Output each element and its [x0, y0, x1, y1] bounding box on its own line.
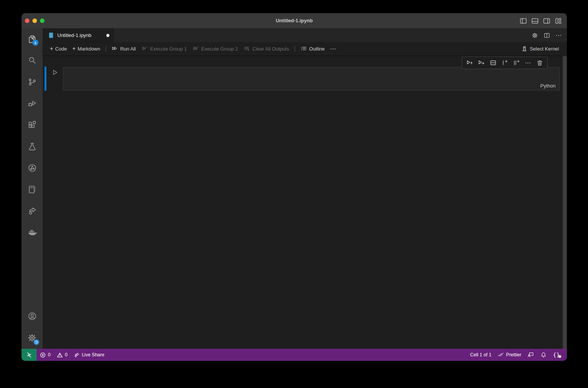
sidebar-item-git-graph[interactable] [21, 157, 43, 179]
cell-more-actions-icon[interactable]: ⋯ [524, 59, 532, 67]
run-all-button[interactable]: Run All [109, 44, 138, 54]
remote-indicator[interactable] [21, 349, 37, 361]
clear-all-outputs-button[interactable]: Clear All Outputs [241, 44, 292, 54]
delete-cell-icon[interactable] [536, 59, 544, 67]
execute-group-1-button[interactable]: Execute Group 1 [138, 44, 190, 54]
notebook-settings-gear-icon[interactable] [531, 32, 538, 39]
feedback-status[interactable] [524, 349, 537, 361]
error-icon [40, 352, 46, 358]
execute-cell-and-below-icon[interactable] [477, 59, 485, 67]
warning-icon [57, 352, 63, 358]
kernel-icon [521, 45, 528, 52]
activity-bar: 1 [21, 28, 43, 349]
circle-graph-icon [27, 163, 37, 173]
warning-count: 0 [65, 352, 68, 357]
more-actions-icon[interactable]: ⋯ [556, 32, 562, 38]
notebook-toolbar: + Code + Markdown Run All Execute Group … [43, 42, 567, 55]
notebook-canvas: ⋯ Python [43, 55, 567, 349]
editor-area: Untitled-1.ipynb ⋯ + Code [43, 28, 567, 349]
braces-icon: {} [553, 352, 560, 358]
live-share-status-icon [74, 352, 80, 358]
ipynb-file-icon [48, 32, 54, 38]
more-icon: ⋯ [330, 46, 336, 52]
execute-group-1-icon [141, 45, 148, 52]
cell-focus-indicator[interactable] [45, 66, 46, 91]
tab-bar: Untitled-1.ipynb ⋯ [43, 28, 567, 42]
plus-icon: + [72, 46, 75, 52]
toolbar-separator [295, 46, 295, 52]
problems-status[interactable]: 0 0 [37, 349, 71, 361]
tab-untitled-ipynb[interactable]: Untitled-1.ipynb [43, 28, 114, 42]
outline-list-icon [300, 45, 307, 52]
extensions-icon [27, 120, 37, 130]
toolbar-separator [106, 46, 106, 52]
toolbar-more-button[interactable]: ⋯ [327, 44, 339, 54]
language-status[interactable]: {} [550, 349, 563, 361]
sidebar-item-live-share[interactable] [21, 200, 43, 222]
error-count: 0 [48, 352, 51, 357]
sidebar-item-run-debug[interactable] [21, 93, 43, 114]
sidebar-item-settings[interactable] [21, 327, 43, 348]
cell-code-editor[interactable]: Python [63, 67, 560, 90]
live-share-icon [27, 206, 37, 216]
plus-icon: + [50, 46, 53, 52]
execute-group-2-button[interactable]: Execute Group 2 [190, 44, 241, 54]
split-editor-icon[interactable] [543, 32, 550, 39]
modified-dot-icon[interactable] [106, 34, 109, 37]
account-icon [27, 311, 37, 321]
live-share-status[interactable]: Live Share [71, 349, 107, 361]
docker-whale-icon [27, 227, 37, 238]
sidebar-item-notebook[interactable] [21, 179, 43, 200]
split-cell-icon[interactable] [489, 59, 497, 67]
run-cell-button[interactable] [51, 68, 60, 77]
execute-group-2-icon [192, 45, 200, 52]
formatter-status[interactable]: Prettier [494, 349, 524, 361]
window-title: Untitled-1.ipynb [21, 13, 567, 28]
check-all-icon [497, 351, 504, 358]
search-icon [27, 55, 37, 66]
notebook-cell: Python [43, 66, 567, 93]
insert-cell-above-icon[interactable] [500, 59, 509, 67]
remote-icon [26, 351, 33, 359]
run-all-icon [111, 45, 118, 52]
person-board-icon [527, 351, 534, 358]
vertical-scrollbar[interactable] [563, 56, 567, 349]
cell-position-status[interactable]: Cell 1 of 1 [467, 349, 494, 361]
cell-toolbar: ⋯ [462, 57, 548, 69]
braces-dot [559, 355, 561, 358]
git-branch-icon [27, 77, 37, 87]
sidebar-item-extensions[interactable] [21, 114, 43, 136]
toggle-secondary-sidebar-icon[interactable] [543, 17, 551, 25]
sidebar-item-source-control[interactable] [21, 71, 43, 93]
sidebar-item-explorer[interactable]: 1 [21, 28, 43, 50]
settings-clock-badge [34, 339, 39, 345]
notebook-icon [27, 184, 37, 195]
sidebar-item-search[interactable] [21, 50, 43, 71]
outline-button[interactable]: Outline [298, 44, 327, 54]
title-bar: Untitled-1.ipynb [21, 13, 567, 28]
customize-layout-icon[interactable] [554, 17, 562, 25]
toggle-primary-sidebar-icon[interactable] [519, 17, 527, 25]
layout-controls [519, 13, 562, 28]
status-bar: 0 0 Live Share Cell 1 of 1 Prettier [21, 349, 567, 361]
add-markdown-cell-button[interactable]: + Markdown [69, 44, 103, 54]
beaker-icon [27, 141, 37, 152]
clear-outputs-icon [243, 45, 250, 52]
sidebar-item-testing[interactable] [21, 136, 43, 157]
cell-language-picker[interactable]: Python [540, 83, 556, 89]
clock-icon [34, 340, 38, 344]
insert-cell-below-icon[interactable] [512, 59, 520, 67]
execute-above-cells-icon[interactable] [465, 59, 474, 67]
explorer-badge: 1 [32, 40, 38, 46]
sidebar-item-account[interactable] [21, 305, 43, 327]
notifications-status[interactable] [537, 349, 550, 361]
bell-icon [540, 351, 547, 358]
add-code-cell-button[interactable]: + Code [47, 44, 69, 54]
toggle-panel-icon[interactable] [531, 17, 539, 25]
editor-actions: ⋯ [531, 28, 562, 42]
debug-icon [27, 98, 37, 109]
play-icon [51, 69, 59, 76]
select-kernel-button[interactable]: Select Kernel [518, 44, 562, 54]
status-bar-right: Cell 1 of 1 Prettier [467, 349, 567, 361]
sidebar-item-docker[interactable] [21, 222, 43, 243]
